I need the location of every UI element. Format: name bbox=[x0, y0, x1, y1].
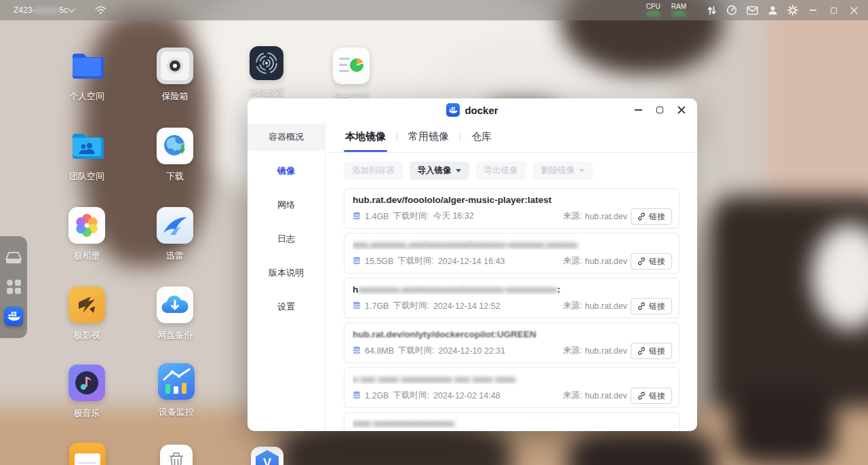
network-traffic-icon[interactable] bbox=[701, 0, 722, 20]
download-time: 2024-12-14 12:52 bbox=[433, 301, 500, 311]
link-button[interactable]: 链接 bbox=[631, 343, 672, 359]
topbar-close-icon[interactable] bbox=[844, 0, 864, 20]
tab-local-images[interactable]: 本地镜像 bbox=[344, 128, 387, 146]
bird-icon bbox=[157, 207, 193, 244]
desktop-icon-label: 保险箱 bbox=[162, 90, 189, 103]
image-source: hub.rat.dev bbox=[585, 391, 627, 401]
music-note-icon bbox=[68, 365, 105, 401]
desktop-icon-cloud-backup[interactable]: 网盘备份 bbox=[142, 286, 208, 341]
desktop-icon-label: 团队空间 bbox=[69, 170, 104, 183]
desktop-icon-system-settings[interactable]: 系统设置 bbox=[233, 46, 300, 98]
cloud-download-icon bbox=[157, 286, 193, 323]
image-row[interactable]: hub.rat.dev/onlyty/dockercopilot:UGREEN … bbox=[344, 322, 679, 363]
chevron-down-icon bbox=[68, 6, 75, 13]
window-close-button[interactable] bbox=[673, 101, 690, 119]
docker-logo-icon bbox=[446, 103, 460, 117]
desktop-icon-music[interactable]: 极音乐 bbox=[54, 365, 119, 420]
tab-separator bbox=[460, 132, 460, 142]
image-row[interactable]: hxxxxxxxx.xxx/xxxxxxxx/xxxxxxxx-xxxxxxxx… bbox=[344, 278, 679, 318]
dashboard-icon[interactable] bbox=[722, 0, 742, 20]
link-button[interactable]: 链接 bbox=[631, 388, 672, 404]
image-size: 15.5GB bbox=[365, 257, 393, 266]
sidebar-item-settings[interactable]: 设置 bbox=[248, 293, 325, 320]
sidebar-item-logs[interactable]: 日志 bbox=[248, 225, 325, 253]
window-minimize-button[interactable] bbox=[629, 101, 647, 119]
desktop-icon-task-manager[interactable]: 任务管理 bbox=[319, 48, 384, 103]
ram-value: 24% bbox=[672, 10, 686, 18]
desktop: Z423-xxxxxx5c CPU 10% RAM 24% bbox=[0, 0, 868, 465]
image-list: hub.rat.dev/fooololo/alger-music-player:… bbox=[326, 180, 697, 431]
team-folder-icon bbox=[68, 128, 105, 164]
desktop-icon-notes-partial[interactable] bbox=[55, 443, 120, 465]
link-button[interactable]: 链接 bbox=[631, 298, 672, 314]
tab-repository[interactable]: 仓库 bbox=[470, 128, 493, 146]
device-name-prefix: Z423- bbox=[14, 5, 35, 15]
image-row[interactable]: hub.rat.dev/fooololo/alger-music-player:… bbox=[344, 188, 679, 229]
user-icon[interactable] bbox=[762, 0, 783, 20]
dock-nas-icon[interactable] bbox=[3, 248, 24, 268]
delete-image-button[interactable]: 删除镜像 bbox=[533, 162, 593, 180]
desktop-icon-photos[interactable]: 极相册 bbox=[54, 207, 119, 262]
desktop-icon-download[interactable]: 下载 bbox=[142, 128, 208, 183]
desktop-icon-personal-space[interactable]: 个人空间 bbox=[54, 48, 119, 103]
desktop-icon-safe-box[interactable]: 保险箱 bbox=[142, 48, 208, 103]
image-row-partial[interactable]: xxxx xxxxxxxxxxxxxxxxxx bbox=[344, 412, 679, 431]
mail-icon[interactable] bbox=[742, 0, 762, 20]
size-icon bbox=[353, 257, 361, 265]
add-to-container-button[interactable]: 添加到容器 bbox=[344, 162, 403, 180]
export-image-button[interactable]: 导出镜像 bbox=[476, 162, 526, 180]
window-content: 本地镜像 常用镜像 仓库 添加到容器 导入镜像 导出镜像 删除镜像 hub.ra… bbox=[326, 122, 697, 431]
desktop-icon-movies[interactable]: 极影视 bbox=[54, 286, 119, 341]
tab-separator bbox=[397, 132, 397, 142]
sidebar-item-images[interactable]: 镜像 bbox=[248, 157, 325, 185]
download-time-label: 下载时间: bbox=[393, 300, 429, 312]
image-row[interactable]: xxx.xxxxxxx.xxx/xxxxxxxx/xxxxxxx-xxxxxxx… bbox=[344, 233, 679, 274]
link-icon bbox=[637, 302, 646, 310]
desktop-icon-label: 极音乐 bbox=[74, 407, 100, 420]
v-hexagon-icon: V bbox=[251, 447, 283, 465]
window-titlebar[interactable]: docker bbox=[248, 98, 697, 122]
link-icon bbox=[637, 257, 646, 265]
desktop-icon-label: 极相册 bbox=[74, 250, 100, 262]
window-maximize-button[interactable] bbox=[651, 101, 669, 119]
download-time-label: 下载时间: bbox=[393, 390, 429, 401]
desktop-icon-label: 系统设置 bbox=[249, 86, 284, 98]
image-size: 1.7GB bbox=[365, 301, 389, 311]
topbar-restore-icon[interactable] bbox=[823, 0, 844, 20]
wifi-icon[interactable] bbox=[90, 0, 111, 20]
photos-flower-icon bbox=[68, 207, 105, 244]
cpu-label: CPU bbox=[646, 3, 660, 10]
tab-common-images[interactable]: 常用镜像 bbox=[407, 128, 450, 146]
desktop-icon-team-space[interactable]: 团队空间 bbox=[54, 128, 119, 183]
desktop-icon-thunder[interactable]: 迅雷 bbox=[142, 207, 208, 262]
ram-meter[interactable]: RAM 24% bbox=[671, 3, 686, 18]
desktop-icon-device-monitor[interactable]: 设备监控 bbox=[144, 363, 209, 418]
monitor-chart-icon bbox=[158, 363, 195, 400]
size-icon bbox=[353, 391, 361, 400]
image-row[interactable]: x xxx xxxx xxxxxxxxxx xxx xxxx xxxx 1.2G… bbox=[344, 367, 679, 408]
globe-download-icon bbox=[157, 128, 193, 164]
gear-icon[interactable] bbox=[783, 0, 803, 20]
folder-icon bbox=[68, 48, 105, 84]
desktop-icon-label: 网盘备份 bbox=[157, 329, 193, 341]
sidebar-item-container-overview[interactable]: 容器概况 bbox=[248, 124, 325, 151]
cpu-meter[interactable]: CPU 10% bbox=[646, 3, 660, 18]
desktop-icon-v-app-partial[interactable]: V bbox=[235, 447, 300, 465]
desktop-icon-label: 下载 bbox=[166, 170, 184, 183]
sidebar-item-release-notes[interactable]: 版本说明 bbox=[248, 259, 325, 286]
dock-docker-icon[interactable] bbox=[3, 306, 24, 327]
image-source: hub.rat.dev bbox=[585, 212, 627, 221]
device-name[interactable]: Z423-xxxxxx5c bbox=[14, 5, 74, 15]
desktop-icon-recycle-bin-partial[interactable] bbox=[144, 445, 209, 465]
import-image-button[interactable]: 导入镜像 bbox=[410, 162, 469, 180]
trash-icon bbox=[160, 445, 193, 465]
link-button[interactable]: 链接 bbox=[631, 208, 672, 225]
link-button[interactable]: 链接 bbox=[631, 253, 672, 269]
desktop-icon-label: 设备监控 bbox=[159, 406, 194, 418]
topbar-minimize-icon[interactable] bbox=[803, 0, 823, 20]
image-name: hub.rat.dev/fooololo/alger-music-player:… bbox=[353, 195, 551, 205]
size-icon bbox=[353, 301, 361, 310]
side-dock bbox=[0, 236, 27, 338]
dock-apps-icon[interactable] bbox=[3, 277, 24, 297]
sidebar-item-network[interactable]: 网络 bbox=[248, 191, 325, 219]
